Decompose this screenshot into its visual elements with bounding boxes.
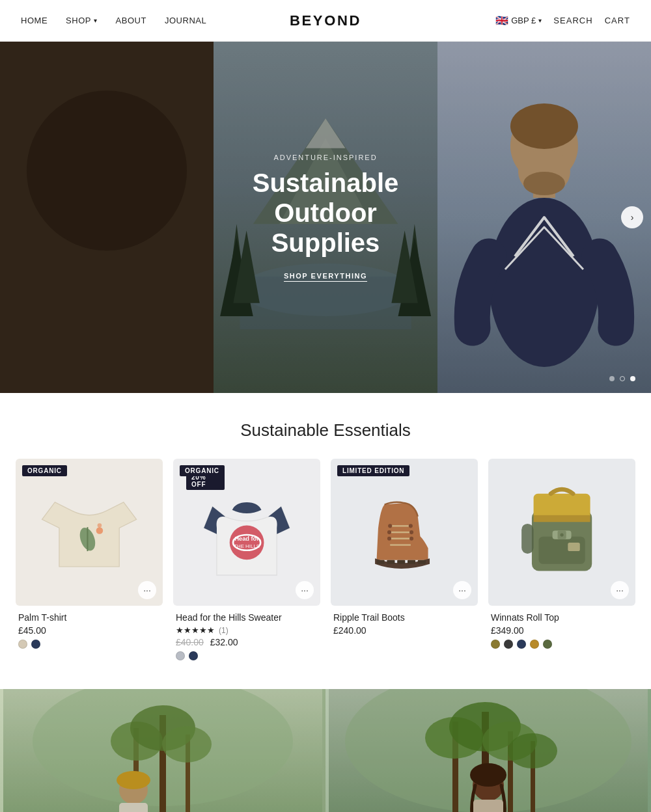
- svg-rect-43: [397, 560, 405, 564]
- color-swatch[interactable]: [530, 640, 539, 649]
- price-new: £32.00: [210, 637, 238, 647]
- product-more-button[interactable]: ···: [296, 581, 314, 599]
- color-swatch[interactable]: [176, 651, 185, 660]
- svg-point-3: [65, 108, 137, 157]
- svg-rect-4: [68, 133, 133, 146]
- product-price: £240.00: [333, 625, 475, 636]
- badge-organic: ORGANIC: [22, 465, 67, 476]
- hero-dot-1[interactable]: [609, 376, 615, 381]
- color-swatch[interactable]: [517, 640, 526, 649]
- svg-rect-42: [387, 560, 395, 564]
- product-name: Winnats Roll Top: [491, 612, 633, 623]
- hero-banner: ADVENTURE-INSPIRED Sustainable Outdoor S…: [0, 42, 651, 393]
- hero-dot-3[interactable]: [630, 376, 635, 381]
- badge-organic-2: ORGANIC: [180, 465, 225, 476]
- product-info-boots: Ripple Trail Boots £240.00: [331, 606, 478, 638]
- color-swatch[interactable]: [18, 640, 27, 649]
- product-sweater[interactable]: 20% OFF ORGANIC Head for THE HILLS ···: [173, 459, 320, 663]
- review-count: (1): [219, 626, 229, 635]
- product-price: £40.00 £32.00: [176, 637, 318, 647]
- hero-next-arrow[interactable]: ›: [621, 206, 643, 228]
- svg-point-26: [98, 523, 102, 528]
- product-more-button[interactable]: ···: [138, 581, 156, 599]
- hero-pagination: [609, 376, 635, 381]
- nav-about[interactable]: ABOUT: [116, 16, 146, 25]
- hero-dot-2[interactable]: [620, 376, 625, 381]
- product-image-sweater: 20% OFF ORGANIC Head for THE HILLS ···: [173, 459, 320, 606]
- hero-right-bg-art: [437, 42, 651, 393]
- hero-title: Sustainable Outdoor Supplies: [227, 168, 424, 258]
- product-more-button[interactable]: ···: [453, 581, 471, 599]
- chevron-right-icon: ›: [631, 212, 634, 223]
- product-more-button[interactable]: ···: [611, 581, 629, 599]
- bottom-image-right: [326, 689, 651, 812]
- nav-center: BEYOND: [290, 12, 361, 29]
- svg-text:Head for: Head for: [234, 535, 259, 542]
- product-boots[interactable]: LIMITED EDITION: [331, 459, 478, 663]
- currency-label: GBP £: [511, 16, 536, 25]
- bottom-left-illustration: [3, 689, 322, 812]
- color-swatch[interactable]: [504, 640, 513, 649]
- products-grid: ORGANIC ··· Palm T-shirt £45.00: [0, 459, 651, 689]
- nav-shop[interactable]: SHOP ▾: [66, 16, 97, 25]
- hero-content: ADVENTURE-INSPIRED Sustainable Outdoor S…: [214, 141, 437, 295]
- svg-point-55: [560, 533, 563, 536]
- svg-rect-22: [437, 42, 651, 393]
- hero-subtitle: ADVENTURE-INSPIRED: [227, 154, 424, 161]
- product-palm-tshirt[interactable]: ORGANIC ··· Palm T-shirt £45.00: [16, 459, 163, 663]
- price-old: £40.00: [176, 637, 204, 647]
- chevron-down-icon: ▾: [538, 17, 542, 24]
- bottom-right-illustration: [329, 689, 648, 812]
- product-info-sweater: Head for the Hills Sweater ★★★★★ (1) £40…: [173, 606, 320, 663]
- color-swatch[interactable]: [189, 651, 198, 660]
- color-swatch[interactable]: [31, 640, 40, 649]
- section-title: Sustainable Essentials: [0, 393, 651, 459]
- product-image-boots: LIMITED EDITION: [331, 459, 478, 606]
- hero-cta-button[interactable]: SHOP EVERYTHING: [284, 272, 367, 282]
- product-info-bag: Winnats Roll Top £349.00: [488, 606, 635, 651]
- product-name: Ripple Trail Boots: [333, 612, 475, 623]
- color-swatch[interactable]: [491, 640, 500, 649]
- svg-rect-45: [418, 560, 426, 564]
- svg-rect-7: [133, 149, 145, 172]
- color-swatches: [176, 651, 318, 660]
- svg-point-37: [387, 530, 391, 534]
- color-swatches: [491, 640, 633, 649]
- nav-home[interactable]: HOME: [21, 16, 48, 25]
- hero-panel-right: [437, 42, 651, 393]
- badge-row: 20% OFF ORGANIC: [180, 465, 225, 476]
- svg-point-2: [46, 120, 156, 302]
- cart-link[interactable]: CART: [605, 16, 630, 25]
- svg-point-5: [78, 141, 124, 196]
- svg-point-36: [409, 524, 413, 528]
- hero-left-illustration: [0, 42, 208, 393]
- product-rating-row: ★★★★★ (1): [176, 625, 318, 635]
- svg-rect-44: [408, 560, 415, 564]
- search-link[interactable]: SEARCH: [553, 16, 592, 25]
- hero-panel-left: [0, 42, 214, 393]
- svg-point-6: [52, 191, 150, 334]
- chevron-down-icon: ▾: [94, 17, 98, 24]
- product-info-tshirt: Palm T-shirt £45.00: [16, 606, 163, 651]
- nav-right: 🇬🇧 GBP £ ▾ SEARCH CART: [495, 14, 630, 27]
- svg-point-40: [409, 537, 413, 541]
- brand-logo[interactable]: BEYOND: [290, 12, 361, 29]
- bottom-images: [0, 689, 651, 812]
- product-name: Palm T-shirt: [18, 612, 160, 623]
- product-bag[interactable]: ··· Winnats Roll Top £349.00: [488, 459, 635, 663]
- sweater-illustration: Head for THE HILLS: [195, 481, 298, 584]
- currency-selector[interactable]: 🇬🇧 GBP £ ▾: [495, 14, 542, 27]
- svg-rect-41: [376, 560, 384, 564]
- color-swatch[interactable]: [543, 640, 552, 649]
- tshirt-illustration: [38, 481, 141, 584]
- svg-rect-52: [521, 524, 533, 554]
- product-price: £349.00: [491, 625, 633, 636]
- rating-stars: ★★★★★: [176, 625, 215, 635]
- svg-point-38: [409, 530, 413, 534]
- hero-panel-center: ADVENTURE-INSPIRED Sustainable Outdoor S…: [214, 42, 437, 393]
- nav-journal[interactable]: JOURNAL: [165, 16, 206, 25]
- product-price: £45.00: [18, 625, 160, 636]
- svg-rect-0: [0, 42, 208, 393]
- product-name: Head for the Hills Sweater: [176, 612, 318, 623]
- svg-rect-68: [3, 689, 322, 812]
